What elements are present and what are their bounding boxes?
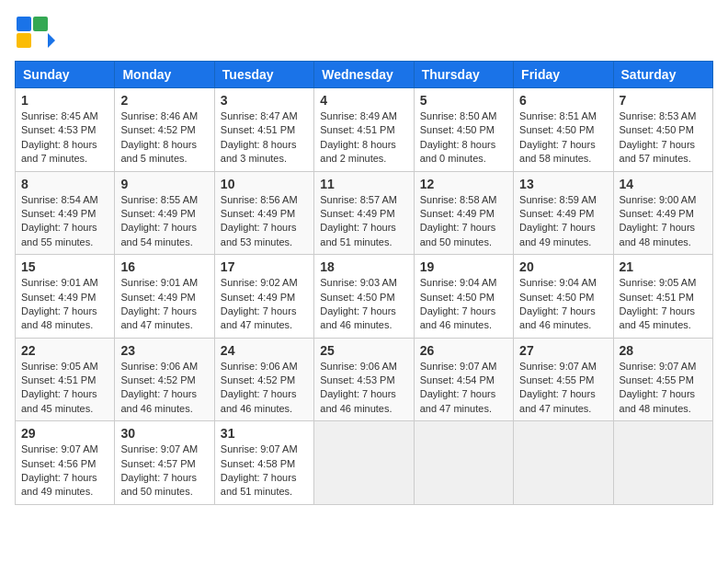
- day-info: Sunrise: 9:06 AMSunset: 4:52 PMDaylight:…: [120, 361, 198, 414]
- day-header-wednesday: Wednesday: [314, 62, 414, 88]
- day-info: Sunrise: 9:07 AMSunset: 4:54 PMDaylight:…: [420, 361, 497, 414]
- day-info: Sunrise: 9:05 AMSunset: 4:51 PMDaylight:…: [620, 277, 697, 330]
- day-info: Sunrise: 9:06 AMSunset: 4:52 PMDaylight:…: [221, 361, 298, 414]
- week-row-3: 15 Sunrise: 9:01 AMSunset: 4:49 PMDaylig…: [16, 255, 713, 339]
- day-info: Sunrise: 8:55 AMSunset: 4:49 PMDaylight:…: [120, 194, 198, 247]
- day-cell-27: 27 Sunrise: 9:07 AMSunset: 4:55 PMDaylig…: [514, 338, 613, 421]
- day-cell-28: 28 Sunrise: 9:07 AMSunset: 4:55 PMDaylig…: [613, 338, 712, 421]
- day-cell-11: 11 Sunrise: 8:57 AMSunset: 4:49 PMDaylig…: [314, 171, 414, 255]
- day-info: Sunrise: 9:01 AMSunset: 4:49 PMDaylight:…: [120, 277, 198, 330]
- day-number: 25: [320, 343, 407, 358]
- day-info: Sunrise: 8:47 AMSunset: 4:51 PMDaylight:…: [221, 110, 298, 164]
- day-cell-16: 16 Sunrise: 9:01 AMSunset: 4:49 PMDaylig…: [115, 255, 214, 339]
- logo-icon: [15, 15, 55, 57]
- day-number: 4: [320, 93, 407, 108]
- day-number: 28: [620, 343, 707, 358]
- day-info: Sunrise: 9:01 AMSunset: 4:49 PMDaylight:…: [21, 277, 98, 330]
- day-cell-2: 2 Sunrise: 8:46 AMSunset: 4:52 PMDayligh…: [115, 88, 214, 172]
- day-number: 16: [120, 259, 208, 274]
- day-info: Sunrise: 9:07 AMSunset: 4:55 PMDaylight:…: [620, 361, 697, 414]
- day-cell-29: 29 Sunrise: 9:07 AMSunset: 4:56 PMDaylig…: [16, 421, 115, 505]
- day-number: 24: [221, 343, 308, 358]
- day-cell-19: 19 Sunrise: 9:04 AMSunset: 4:50 PMDaylig…: [414, 255, 513, 339]
- day-number: 17: [221, 259, 308, 274]
- day-number: 26: [420, 343, 507, 358]
- day-cell-18: 18 Sunrise: 9:03 AMSunset: 4:50 PMDaylig…: [314, 255, 414, 339]
- day-header-tuesday: Tuesday: [214, 62, 313, 88]
- week-row-4: 22 Sunrise: 9:05 AMSunset: 4:51 PMDaylig…: [16, 338, 713, 421]
- svg-rect-0: [17, 17, 31, 31]
- logo: [15, 15, 59, 57]
- day-number: 13: [519, 177, 607, 191]
- day-info: Sunrise: 8:46 AMSunset: 4:52 PMDaylight:…: [120, 110, 198, 164]
- day-cell-4: 4 Sunrise: 8:49 AMSunset: 4:51 PMDayligh…: [314, 88, 414, 172]
- day-info: Sunrise: 9:03 AMSunset: 4:50 PMDaylight:…: [320, 277, 397, 330]
- page-header: [15, 15, 713, 57]
- day-cell-5: 5 Sunrise: 8:50 AMSunset: 4:50 PMDayligh…: [414, 88, 513, 172]
- day-header-monday: Monday: [115, 62, 214, 88]
- day-cell-10: 10 Sunrise: 8:56 AMSunset: 4:49 PMDaylig…: [214, 171, 313, 255]
- day-info: Sunrise: 9:07 AMSunset: 4:56 PMDaylight:…: [21, 443, 98, 497]
- svg-rect-1: [33, 17, 48, 31]
- day-info: Sunrise: 9:07 AMSunset: 4:58 PMDaylight:…: [221, 443, 298, 497]
- day-cell-6: 6 Sunrise: 8:51 AMSunset: 4:50 PMDayligh…: [514, 88, 613, 172]
- day-info: Sunrise: 8:49 AMSunset: 4:51 PMDaylight:…: [320, 110, 397, 164]
- day-header-friday: Friday: [514, 62, 613, 88]
- day-info: Sunrise: 9:04 AMSunset: 4:50 PMDaylight:…: [420, 277, 497, 330]
- day-cell-21: 21 Sunrise: 9:05 AMSunset: 4:51 PMDaylig…: [613, 255, 712, 339]
- day-number: 12: [420, 177, 507, 191]
- empty-cell: [514, 421, 613, 505]
- day-cell-31: 31 Sunrise: 9:07 AMSunset: 4:58 PMDaylig…: [214, 421, 313, 505]
- day-number: 18: [320, 259, 407, 274]
- day-number: 11: [320, 177, 407, 191]
- day-number: 10: [221, 177, 308, 191]
- day-number: 31: [221, 426, 308, 441]
- day-cell-13: 13 Sunrise: 8:59 AMSunset: 4:49 PMDaylig…: [514, 171, 613, 255]
- day-info: Sunrise: 8:58 AMSunset: 4:49 PMDaylight:…: [420, 194, 497, 247]
- day-info: Sunrise: 9:02 AMSunset: 4:49 PMDaylight:…: [221, 277, 298, 330]
- day-number: 27: [519, 343, 607, 358]
- day-info: Sunrise: 8:54 AMSunset: 4:49 PMDaylight:…: [21, 194, 98, 247]
- day-number: 15: [21, 259, 108, 274]
- day-number: 3: [221, 93, 308, 108]
- day-cell-15: 15 Sunrise: 9:01 AMSunset: 4:49 PMDaylig…: [16, 255, 115, 339]
- day-cell-22: 22 Sunrise: 9:05 AMSunset: 4:51 PMDaylig…: [16, 338, 115, 421]
- day-cell-1: 1 Sunrise: 8:45 AMSunset: 4:53 PMDayligh…: [16, 88, 115, 172]
- day-number: 20: [519, 259, 607, 274]
- day-header-thursday: Thursday: [414, 62, 513, 88]
- day-info: Sunrise: 8:59 AMSunset: 4:49 PMDaylight:…: [519, 194, 597, 247]
- day-cell-12: 12 Sunrise: 8:58 AMSunset: 4:49 PMDaylig…: [414, 171, 513, 255]
- day-cell-14: 14 Sunrise: 9:00 AMSunset: 4:49 PMDaylig…: [613, 171, 712, 255]
- day-cell-25: 25 Sunrise: 9:06 AMSunset: 4:53 PMDaylig…: [314, 338, 414, 421]
- day-info: Sunrise: 9:05 AMSunset: 4:51 PMDaylight:…: [21, 361, 98, 414]
- day-number: 7: [620, 93, 707, 108]
- day-info: Sunrise: 8:50 AMSunset: 4:50 PMDaylight:…: [420, 110, 497, 164]
- day-number: 5: [420, 93, 507, 108]
- week-row-1: 1 Sunrise: 8:45 AMSunset: 4:53 PMDayligh…: [16, 88, 713, 172]
- day-number: 1: [21, 93, 108, 108]
- day-info: Sunrise: 8:45 AMSunset: 4:53 PMDaylight:…: [21, 110, 98, 164]
- calendar-body: 1 Sunrise: 8:45 AMSunset: 4:53 PMDayligh…: [16, 88, 713, 505]
- day-number: 9: [120, 177, 208, 191]
- day-number: 29: [21, 426, 108, 441]
- calendar-table: SundayMondayTuesdayWednesdayThursdayFrid…: [15, 61, 713, 505]
- day-info: Sunrise: 8:56 AMSunset: 4:49 PMDaylight:…: [221, 194, 298, 247]
- day-cell-30: 30 Sunrise: 9:07 AMSunset: 4:57 PMDaylig…: [115, 421, 214, 505]
- svg-rect-2: [17, 33, 31, 48]
- empty-cell: [414, 421, 513, 505]
- empty-cell: [613, 421, 712, 505]
- day-cell-20: 20 Sunrise: 9:04 AMSunset: 4:50 PMDaylig…: [514, 255, 613, 339]
- day-cell-17: 17 Sunrise: 9:02 AMSunset: 4:49 PMDaylig…: [214, 255, 313, 339]
- day-number: 23: [120, 343, 208, 358]
- svg-marker-3: [48, 33, 55, 48]
- week-row-2: 8 Sunrise: 8:54 AMSunset: 4:49 PMDayligh…: [16, 171, 713, 255]
- day-info: Sunrise: 9:04 AMSunset: 4:50 PMDaylight:…: [519, 277, 597, 330]
- day-info: Sunrise: 8:53 AMSunset: 4:50 PMDaylight:…: [620, 110, 697, 164]
- day-info: Sunrise: 8:51 AMSunset: 4:50 PMDaylight:…: [519, 110, 597, 164]
- day-number: 30: [120, 426, 208, 441]
- day-number: 22: [21, 343, 108, 358]
- day-info: Sunrise: 9:00 AMSunset: 4:49 PMDaylight:…: [620, 194, 697, 247]
- day-cell-7: 7 Sunrise: 8:53 AMSunset: 4:50 PMDayligh…: [613, 88, 712, 172]
- day-cell-24: 24 Sunrise: 9:06 AMSunset: 4:52 PMDaylig…: [214, 338, 313, 421]
- day-header-sunday: Sunday: [16, 62, 115, 88]
